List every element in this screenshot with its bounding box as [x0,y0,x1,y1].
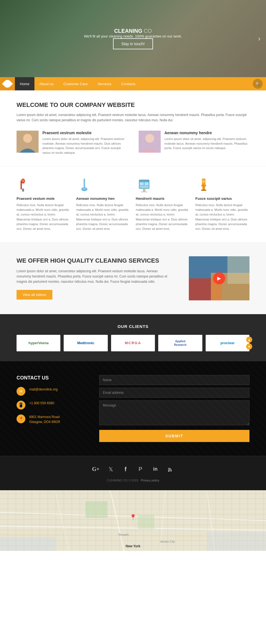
nav-item-services[interactable]: Services [93,77,116,90]
service-icon-1 [17,177,33,194]
nav-item-customer-care[interactable]: Customer Care [58,77,93,90]
services-section: Praesent vestum mole Ridiculus mus. Null… [0,166,266,242]
card-text-2: Lorem ipsum dolor sit amet, adipiscing e… [165,137,250,150]
contact-section: CONTACT US ✉ mail@demolink.org 📱 +1 800 … [0,361,266,456]
submit-button[interactable]: SUBMIT [99,430,249,442]
client-logo-proclear: proclear [206,335,249,351]
map-background: Newark Jersey City 📍 New York [0,490,266,551]
svg-line-30 [0,526,266,530]
service-text-4: Ridiculus mus. Nulla duisce feugiat male… [195,203,249,231]
contact-phone-item: 📱 +1 800 559 6580 [17,401,83,409]
svg-rect-5 [21,181,22,190]
hero-cta-button[interactable]: Stay in touch! [113,38,153,49]
nav-item-about[interactable]: About us [34,77,58,90]
footer: G+ 𝕏 f P in CLEANING CO © 2015 Privacy p… [0,456,266,490]
svg-rect-13 [139,180,149,182]
privacy-policy-link[interactable]: Privacy policy [141,479,159,482]
rss-icon[interactable] [165,464,175,474]
phone-icon: 📱 [17,401,25,409]
clients-next-arrow[interactable]: ▼ [246,343,252,349]
service-icon-2 [76,177,93,194]
service-text-2: Ridiculus mus. Nulla duisce feugiat male… [76,203,130,231]
client-logo-applied: AppliedResearch [158,335,202,351]
clients-title: OUR CLIENTS [17,324,249,329]
pinterest-icon[interactable]: P [136,464,146,474]
service-title-2: Aenean nonummy hen [76,196,130,201]
video-thumbnail[interactable]: ▶ [189,256,249,300]
contact-message-input[interactable] [99,400,249,425]
medtronic-logo-text: Medtronic [77,341,94,345]
welcome-section: WELCOME TO OUR COMPANY WEBSITE Lorem ips… [0,90,266,166]
applied-logo-text: AppliedResearch [174,339,186,347]
map-section[interactable]: Newark Jersey City 📍 New York [0,490,266,551]
search-icon[interactable]: 🔍 [253,79,263,89]
card-body-2: Aenean nonummy hendre Lorem ipsum dolor … [165,131,250,155]
card-title-2: Aenean nonummy hendre [165,131,250,135]
welcome-card-2: Aenean nonummy hendre Lorem ipsum dolor … [139,131,250,155]
service-title-4: Fusce suscipit varius [195,196,249,201]
svg-rect-15 [145,183,148,185]
service-text-3: Ridiculus mus. Nulla duisce feugiat male… [136,203,190,231]
clients-prev-arrow[interactable]: ▲ [246,336,252,343]
contact-phone: +1 800 559 6580 [29,401,54,406]
contact-email-input[interactable] [99,388,249,398]
clients-logos-row: hyperVeena Medtronic MCRGA AppliedResear… [17,335,249,351]
video-section: WE OFFER HIGH QUALITY CLEANING SERVICES … [0,242,266,314]
service-icon-3 [136,177,152,194]
facebook-icon[interactable]: f [121,464,131,474]
hero-title-suffix: CO [142,28,152,34]
svg-point-11 [82,187,87,190]
contact-title: CONTACT US [17,375,83,381]
clients-section: OUR CLIENTS hyperVeena Medtronic MCRGA A… [0,314,266,361]
svg-point-8 [22,180,24,182]
svg-point-23 [202,180,205,183]
social-icons-row: G+ 𝕏 f P in [17,464,249,474]
service-item-4: Fusce suscipit varius Ridiculus mus. Nul… [195,177,249,231]
nav-logo[interactable] [0,77,15,90]
contact-info-block: CONTACT US ✉ mail@demolink.org 📱 +1 800 … [17,375,83,442]
view-all-videos-button[interactable]: View all videos [17,290,52,300]
nav-item-contacts[interactable]: Contacts [116,77,140,90]
svg-point-3 [145,134,154,143]
contact-form-block: SUBMIT [99,375,249,442]
client-logo-mcra: MCRGA [111,335,155,351]
email-icon: ✉ [17,387,25,396]
nav-item-home[interactable]: Home [15,77,34,90]
footer-copyright: CLEANING CO © 2015 Privacy policy [17,479,249,482]
welcome-intro: Lorem ipsum dolor sit amet, consectetur … [17,112,249,123]
card-title-1: Praesent vestrum molestie [42,131,128,135]
svg-point-28 [168,470,169,471]
svg-rect-14 [140,183,143,185]
service-item-2: Aenean nonummy hen Ridiculus mus. Nulla … [76,177,130,231]
hero-title: CLEANING CO [84,28,182,34]
hero-content: CLEANING CO We'll fit all your cleaning … [84,28,182,49]
service-text-1: Ridiculus mus. Nulla duisce feugiat male… [17,203,71,231]
svg-line-33 [110,490,124,551]
contact-address: 8901 Marmora RoadGlasgow, DO4 89GR [29,414,60,424]
svg-rect-37 [207,532,266,551]
map-city-label: New York [126,544,141,548]
client-logo-hyperveena: hyperVeena [17,335,60,351]
google-plus-icon[interactable]: G+ [91,464,101,474]
svg-rect-7 [22,189,24,192]
welcome-card-1: Praesent vestrum molestie Lorem ipsum do… [17,131,128,155]
hero-subtitle: We'll fit all your cleaning needs. 100% … [84,34,182,38]
contact-name-input[interactable] [99,375,249,385]
card-image-woman [139,131,161,153]
svg-rect-18 [141,192,147,193]
service-title-1: Praesent vestum mole [17,196,71,201]
svg-rect-22 [201,190,206,191]
hero-section: CLEANING CO We'll fit all your cleaning … [0,0,266,77]
video-title: WE OFFER HIGH QUALITY CLEANING SERVICES [17,257,172,265]
video-play-button[interactable]: ▶ [213,272,225,284]
contact-email: mail@demolink.org [29,387,58,392]
map-pin: 📍 [129,514,137,521]
linkedin-icon[interactable]: in [151,464,160,474]
location-icon: 📍 [17,414,25,423]
video-thumbnail-block: ▶ [189,256,249,300]
contact-address-item: 📍 8901 Marmora RoadGlasgow, DO4 89GR [17,414,83,424]
hero-title-main: CLEANING [114,28,142,34]
twitter-icon[interactable]: 𝕏 [106,464,116,474]
service-title-3: Hendrerit mauris [136,196,190,201]
hero-next-arrow[interactable]: › [258,34,260,43]
